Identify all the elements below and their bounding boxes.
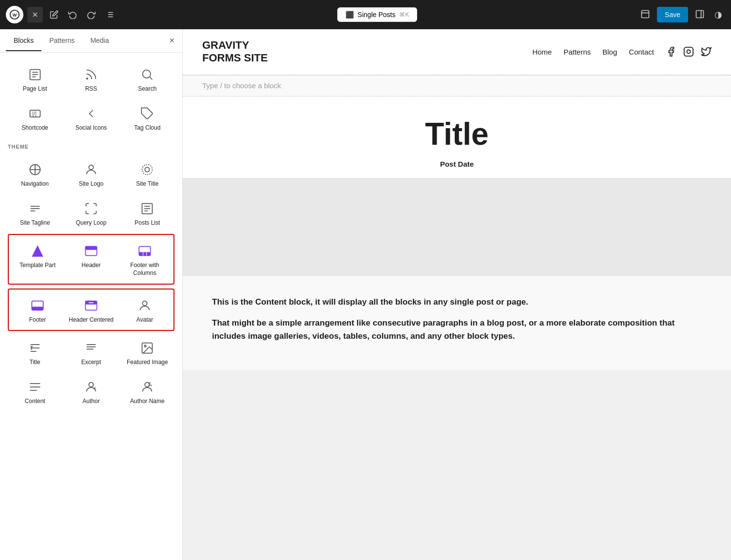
block-item-shortcode[interactable]: [/] Shortcode [8, 99, 62, 136]
tab-patterns[interactable]: Patterns [41, 31, 82, 51]
svg-rect-37 [85, 247, 96, 250]
social-icons-block-icon [82, 105, 100, 122]
site-title-icon [138, 161, 156, 178]
instagram-icon[interactable] [683, 46, 694, 57]
footer-columns-icon [136, 242, 154, 260]
block-label-footer-columns: Footer with Columns [120, 262, 169, 277]
post-title-section: Title [183, 97, 731, 160]
redo-button[interactable] [84, 7, 98, 22]
block-label-navigation: Navigation [21, 180, 49, 188]
block-label-page-list: Page List [23, 85, 47, 93]
toolbar-center: ⬛ Single Posts ⌘K [121, 7, 634, 22]
site-title: GRAVITY FORMS SITE [202, 39, 268, 65]
facebook-icon[interactable] [666, 46, 676, 57]
block-item-page-list[interactable]: Page List [8, 60, 62, 97]
tab-media[interactable]: Media [82, 31, 116, 51]
post-selector[interactable]: ⬛ Single Posts ⌘K [337, 7, 418, 22]
svg-point-26 [142, 165, 153, 175]
block-label-content: Content [25, 398, 45, 406]
svg-rect-39 [139, 252, 150, 256]
block-item-title[interactable]: T Title [8, 334, 62, 371]
wp-logo[interactable]: W [6, 6, 23, 23]
twitter-icon[interactable] [701, 46, 712, 57]
svg-text:T: T [30, 345, 33, 351]
block-item-author[interactable]: Author [64, 373, 118, 410]
post-area: Title Post Date This is the Content bloc… [183, 97, 731, 370]
post-selector-label: Single Posts [358, 11, 396, 19]
block-item-query-loop[interactable]: Query Loop [64, 194, 118, 232]
block-item-footer[interactable]: Footer [11, 291, 64, 328]
block-item-site-tagline[interactable]: Site Tagline [8, 194, 62, 232]
block-placeholder-bar[interactable]: Type / to choose a block [183, 75, 731, 97]
nav-patterns[interactable]: Patterns [563, 48, 591, 56]
blocks-grid-theme: Navigation Site Logo Site Ti [8, 155, 174, 409]
block-label-header-centered: Header Centered [69, 316, 114, 324]
svg-point-16 [87, 78, 88, 79]
posts-list-icon [138, 200, 156, 217]
block-label-shortcode: Shortcode [21, 124, 48, 132]
tab-blocks[interactable]: Blocks [6, 31, 41, 51]
post-title[interactable]: Title [202, 116, 712, 152]
svg-point-17 [143, 70, 151, 78]
block-item-footer-columns[interactable]: Footer with Columns [118, 237, 172, 281]
edit-button[interactable] [47, 7, 61, 22]
close-panel-button[interactable] [27, 7, 43, 22]
block-item-content[interactable]: Content [8, 373, 62, 410]
excerpt-icon [82, 339, 100, 357]
nav-home[interactable]: Home [532, 48, 552, 56]
preview-button[interactable] [637, 6, 653, 23]
block-placeholder-text: Type / to choose a block [202, 81, 281, 90]
header-block-icon [82, 242, 100, 260]
block-label-site-title: Site Title [136, 180, 158, 188]
block-label-excerpt: Excerpt [81, 359, 101, 367]
toolbar: W ⬛ Single Posts ⌘K Save ◑ [0, 0, 731, 29]
svg-text:W: W [13, 13, 17, 18]
search-block-icon [138, 66, 156, 83]
block-item-header[interactable]: Header [64, 237, 118, 281]
block-item-social-icons[interactable]: Social Icons [64, 99, 118, 136]
svg-marker-35 [32, 246, 43, 257]
block-label-header: Header [81, 262, 100, 270]
block-item-search[interactable]: Search [120, 60, 174, 97]
list-view-button[interactable] [102, 7, 117, 22]
content-area: This is the Content block, it will displ… [183, 276, 731, 370]
block-label-avatar: Avatar [136, 316, 153, 324]
block-label-template-part: Template Part [19, 262, 56, 270]
block-label-author-name: Author Name [130, 398, 165, 406]
main-layout: Blocks Patterns Media × Page List [0, 29, 731, 560]
svg-rect-43 [32, 307, 43, 310]
block-item-rss[interactable]: RSS [64, 60, 118, 97]
block-item-featured-image[interactable]: Featured Image [120, 334, 174, 371]
block-item-posts-list[interactable]: Posts List [120, 194, 174, 232]
nav-contact[interactable]: Contact [629, 48, 654, 56]
post-selector-icon: ⬛ [346, 11, 354, 19]
theme-section-label: THEME [8, 144, 174, 150]
svg-point-25 [89, 165, 93, 170]
sidebar-tabs: Blocks Patterns Media × [0, 29, 182, 53]
author-name-icon [138, 378, 156, 396]
block-item-avatar[interactable]: Avatar [118, 291, 172, 328]
block-item-site-logo[interactable]: Site Logo [64, 155, 118, 193]
navigation-icon [26, 161, 44, 178]
block-item-navigation[interactable]: Navigation [8, 155, 62, 193]
block-label-posts-list: Posts List [135, 219, 160, 227]
block-label-tag-cloud: Tag Cloud [134, 124, 160, 132]
svg-point-60 [89, 382, 93, 386]
block-item-header-centered[interactable]: Header Centered [64, 291, 118, 328]
sidebar-toggle-button[interactable] [692, 6, 708, 23]
featured-image-placeholder [183, 178, 731, 275]
block-item-excerpt[interactable]: Excerpt [64, 334, 118, 371]
featured-image-icon [138, 339, 156, 357]
block-label-site-logo: Site Logo [79, 180, 104, 188]
block-item-author-name[interactable]: Author Name [120, 373, 174, 410]
block-item-template-part[interactable]: Template Part [11, 237, 64, 281]
block-label-featured-image: Featured Image [127, 359, 168, 367]
contrast-button[interactable]: ◑ [712, 6, 725, 23]
shortcode-icon: [/] [26, 105, 44, 122]
sidebar-close-button[interactable]: × [167, 34, 176, 48]
undo-button[interactable] [65, 7, 80, 22]
nav-blog[interactable]: Blog [602, 48, 617, 56]
save-button[interactable]: Save [657, 7, 688, 22]
block-item-tag-cloud[interactable]: Tag Cloud [120, 99, 174, 136]
block-item-site-title[interactable]: Site Title [120, 155, 174, 193]
